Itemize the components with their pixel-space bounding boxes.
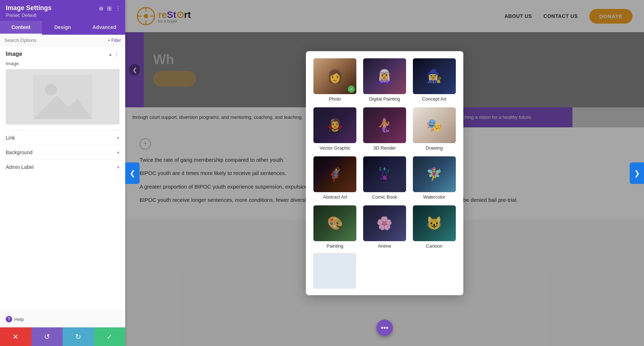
partial-thumb [313,253,356,289]
background-label: Background [6,150,33,155]
image-section-menu[interactable]: ⋮ [114,50,119,57]
image-item-3d-render[interactable]: 🧜‍♀️3D Render [363,107,407,151]
image-item-photo[interactable]: 👩✓Photo [313,58,357,102]
image-item-anime[interactable]: 🌸Anime [363,205,407,249]
image-label-3d-render: 3D Render [374,145,396,151]
tab-design[interactable]: Design [42,21,84,35]
image-label-photo: Photo [329,96,341,102]
image-type-modal: 👩✓Photo🧝‍♀️Digital Painting🧙‍♀️Concept A… [306,51,463,295]
selected-check: ✓ [348,86,355,93]
image-item-cartoon[interactable]: 😺Cartoon [412,205,456,249]
admin-label-label: Admin Label [6,164,34,170]
admin-label-field[interactable]: Admin Label ▾ [6,160,119,174]
dots-icon[interactable]: ⋮ [115,5,121,12]
grid-icon[interactable]: ⊞ [107,5,112,12]
help-text[interactable]: Help [14,317,24,322]
image-item-watercolor[interactable]: 🧚‍♀️Watercolor [412,156,456,200]
panel-header: Image Settings Preset: Default ⊕ ⊞ ⋮ [0,0,125,21]
svg-point-1 [45,83,57,95]
image-item-digital-painting[interactable]: 🧝‍♀️Digital Painting [363,58,407,102]
image-label-digital-painting: Digital Painting [369,96,400,102]
panel-preset: Preset: Default [6,13,119,18]
image-section-title: Image [6,51,22,57]
fab-button[interactable]: ••• [376,320,393,336]
filter-button[interactable]: + Filter [108,38,121,43]
target-icon[interactable]: ⊕ [99,5,103,12]
redo-button[interactable]: ↻ [63,327,94,346]
panel-tabs: Content Design Advanced [0,21,125,35]
settings-panel: Image Settings Preset: Default ⊕ ⊞ ⋮ Con… [0,0,125,346]
side-nav-left[interactable]: ❮ [125,162,140,184]
image-grid: 👩✓Photo🧝‍♀️Digital Painting🧙‍♀️Concept A… [313,58,456,253]
cancel-button[interactable]: ✕ [0,327,31,346]
link-label: Link [6,135,15,141]
background-field[interactable]: Background ▾ [6,145,119,160]
image-item-concept-art[interactable]: 🧙‍♀️Concept Art [412,58,456,102]
image-item-painting[interactable]: 🎨Painting [313,205,357,249]
help-icon: ? [6,316,12,322]
tab-content[interactable]: Content [0,21,42,35]
panel-header-icons: ⊕ ⊞ ⋮ [99,5,121,12]
image-section-chevron[interactable]: ▴ [109,51,112,57]
save-button[interactable]: ✓ [94,327,126,346]
image-label-abstract-art: Abstract Art [323,194,347,200]
image-item-vector-graphic[interactable]: 🧛‍♀️Vector Graphic [313,107,357,151]
image-label-comic-book: Comic Book [372,194,397,200]
image-label-concept-art: Concept Art [422,96,447,102]
image-placeholder[interactable] [6,69,119,125]
tab-advanced[interactable]: Advanced [83,21,125,35]
image-item-abstract-art[interactable]: 🦸‍♀️Abstract Art [313,156,357,200]
link-field[interactable]: Link ▾ [6,130,119,145]
image-label-painting: Painting [327,243,343,249]
side-nav-right[interactable]: ❯ [630,162,644,184]
panel-content: Image ▴ ⋮ Image Link ▾ Background ▾ Admi… [0,46,125,311]
background-chevron: ▾ [117,150,119,155]
main-area: reSt⊙rt for a bright ABOUT US CONTACT US… [125,0,644,346]
image-item-comic-book[interactable]: 🦹‍♀️Comic Book [363,156,407,200]
admin-label-chevron: ▾ [117,165,119,170]
section-controls: ▴ ⋮ [109,50,119,57]
image-label-anime: Anime [378,243,391,249]
image-field-label: Image [6,61,119,66]
image-label-vector-graphic: Vector Graphic [319,145,350,151]
image-label-cartoon: Cartoon [426,243,443,249]
modal-overlay: ❮ ❯ 👩✓Photo🧝‍♀️Digital Painting🧙‍♀️Conce… [125,0,644,346]
bottom-bar: ✕ ↺ ↻ ✓ [0,327,125,346]
undo-button[interactable]: ↺ [31,327,63,346]
search-bar: + Filter [0,35,125,46]
image-label-drawing: Drawing [426,145,443,151]
image-item-drawing[interactable]: 🎭Drawing [412,107,456,151]
image-section-header: Image ▴ ⋮ [6,50,119,57]
search-input[interactable] [4,38,108,43]
image-label-watercolor: Watercolor [423,194,445,200]
help-row: ? Help [0,311,125,327]
link-chevron: ▾ [117,135,119,141]
